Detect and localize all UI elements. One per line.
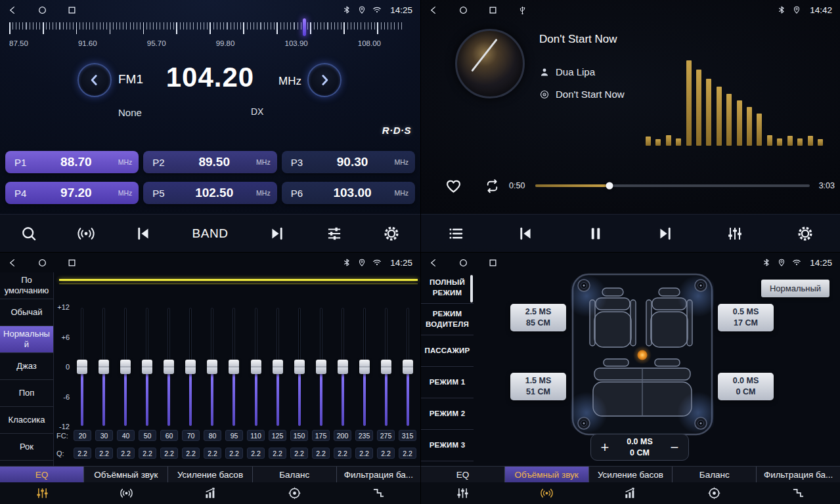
audio-settings-icon[interactable] <box>326 225 343 242</box>
preset-p2[interactable]: P2 89.50 MHz <box>143 151 276 173</box>
preset-p3[interactable]: P3 90.30 MHz <box>282 151 415 173</box>
recents-button[interactable] <box>67 258 77 268</box>
eq-band-slider[interactable] <box>248 308 265 426</box>
back-button[interactable] <box>429 258 439 268</box>
delay-front-left[interactable]: 2.5 MS 85 CM <box>510 304 566 331</box>
eq-preset-item[interactable]: По умолчанию <box>0 272 53 299</box>
equalizer-icon[interactable] <box>726 225 743 242</box>
tab-balance[interactable]: Баланс <box>253 467 337 482</box>
tab-eq[interactable]: EQ <box>0 467 84 482</box>
slider-handle[interactable] <box>381 360 391 374</box>
tab-filter[interactable]: Фильтрация ба... <box>337 467 420 482</box>
tab-surround[interactable]: Объёмный звук <box>505 467 589 482</box>
slider-handle[interactable] <box>316 360 326 374</box>
previous-track-icon[interactable] <box>517 225 534 242</box>
delay-rear-right[interactable]: 0.0 MS 0 CM <box>718 373 774 400</box>
tab-bass[interactable]: Усиление басов <box>168 467 252 482</box>
sound-mode-item[interactable]: РЕЖИМ 2 <box>421 398 474 430</box>
home-button[interactable] <box>458 258 468 268</box>
sound-mode-item[interactable]: РЕЖИМ ВОДИТЕЛЯ <box>421 304 474 335</box>
tab-icon-bass[interactable] <box>168 486 252 500</box>
tab-icon-eq[interactable] <box>0 486 84 500</box>
delay-plus-button[interactable]: + <box>591 440 619 455</box>
recents-button[interactable] <box>488 5 498 15</box>
tab-surround[interactable]: Объёмный звук <box>84 467 168 482</box>
slider-handle[interactable] <box>273 360 283 374</box>
home-button[interactable] <box>37 258 47 268</box>
profile-button[interactable]: Нормальный <box>761 280 829 297</box>
tab-balance[interactable]: Баланс <box>673 467 757 482</box>
repeat-icon[interactable] <box>484 178 500 194</box>
playlist-icon[interactable] <box>447 225 464 242</box>
delay-rear-left[interactable]: 1.5 MS 51 CM <box>510 373 566 400</box>
eq-band-slider[interactable] <box>291 308 308 426</box>
tab-icon-balance[interactable] <box>252 486 336 500</box>
tab-icon-bass[interactable] <box>588 486 673 500</box>
eq-band-slider[interactable] <box>204 308 221 426</box>
preset-scan-icon[interactable] <box>77 225 95 242</box>
slider-handle[interactable] <box>120 360 131 374</box>
sound-mode-item[interactable]: РЕЖИМ 1 <box>421 367 474 398</box>
sound-mode-item[interactable]: ПОЛНЫЙ РЕЖИМ <box>421 272 474 304</box>
slider-handle[interactable] <box>229 360 239 374</box>
scrollbar-thumb[interactable] <box>470 275 473 303</box>
eq-band-slider[interactable] <box>225 308 242 426</box>
slider-handle[interactable] <box>164 360 174 374</box>
eq-preset-item[interactable]: Классика <box>0 407 53 434</box>
slider-handle[interactable] <box>359 360 370 374</box>
eq-band-slider[interactable] <box>399 308 416 426</box>
tab-icon-surround[interactable] <box>84 486 168 500</box>
progress-knob[interactable] <box>606 182 613 190</box>
tab-icon-surround[interactable] <box>505 486 589 500</box>
eq-band-slider[interactable] <box>182 308 199 426</box>
eq-preset-item[interactable]: Нормальный <box>0 326 53 353</box>
back-button[interactable] <box>8 5 18 15</box>
slider-handle[interactable] <box>403 360 413 374</box>
sound-mode-item[interactable]: ПАССАЖИР <box>421 335 474 367</box>
slider-handle[interactable] <box>207 360 217 374</box>
eq-band-slider[interactable] <box>269 308 286 426</box>
frequency-ruler[interactable] <box>9 22 403 37</box>
eq-band-slider[interactable] <box>74 308 91 426</box>
eq-preset-item[interactable]: Рок <box>0 434 53 461</box>
scan-icon[interactable] <box>20 225 37 242</box>
home-button[interactable] <box>37 5 47 15</box>
preset-p5[interactable]: P5 102.50 MHz <box>143 182 276 204</box>
preset-p1[interactable]: P1 88.70 MHz <box>5 151 139 173</box>
next-station-icon[interactable] <box>269 225 286 242</box>
delay-minus-button[interactable]: − <box>661 440 688 455</box>
recents-button[interactable] <box>488 258 498 268</box>
slider-handle[interactable] <box>251 360 261 374</box>
previous-station-icon[interactable] <box>135 225 152 242</box>
favorite-heart-icon[interactable] <box>445 177 462 195</box>
eq-band-slider[interactable] <box>95 308 112 426</box>
tab-icon-eq[interactable] <box>421 486 505 500</box>
eq-preset-item[interactable]: Поп <box>0 380 53 407</box>
recents-button[interactable] <box>67 5 77 15</box>
tab-icon-filter[interactable] <box>336 486 420 500</box>
tab-icon-filter[interactable] <box>756 486 840 500</box>
eq-band-slider[interactable] <box>378 308 395 426</box>
tune-down-button[interactable] <box>77 63 112 97</box>
back-button[interactable] <box>429 5 439 15</box>
sound-mode-item[interactable]: РЕЖИМ 3 <box>421 430 474 461</box>
pause-icon[interactable] <box>587 225 604 242</box>
eq-band-slider[interactable] <box>160 308 177 426</box>
settings-gear-icon[interactable] <box>383 225 400 242</box>
eq-preset-item[interactable]: Обычай <box>0 299 53 326</box>
tab-filter[interactable]: Фильтрация ба... <box>757 467 840 482</box>
settings-gear-icon[interactable] <box>797 225 814 242</box>
home-button[interactable] <box>458 5 468 15</box>
slider-handle[interactable] <box>77 360 87 374</box>
tune-up-button[interactable] <box>307 63 342 97</box>
preset-p4[interactable]: P4 97.20 MHz <box>5 182 139 204</box>
eq-band-slider[interactable] <box>313 308 330 426</box>
next-track-icon[interactable] <box>657 225 674 242</box>
delay-front-right[interactable]: 0.5 MS 17 CM <box>718 304 774 331</box>
eq-band-slider[interactable] <box>117 308 134 426</box>
tab-bass[interactable]: Усиление басов <box>589 467 673 482</box>
tab-eq[interactable]: EQ <box>421 467 505 482</box>
slider-handle[interactable] <box>99 360 109 374</box>
slider-handle[interactable] <box>338 360 348 374</box>
preset-p6[interactable]: P6 103.00 MHz <box>282 182 415 204</box>
